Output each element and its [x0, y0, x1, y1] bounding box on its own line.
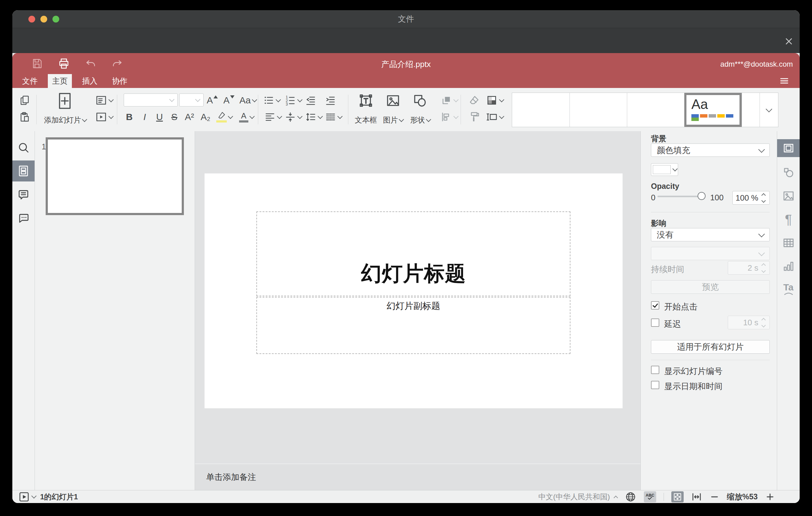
- slide-size-button[interactable]: [486, 110, 503, 124]
- vertical-align-button[interactable]: [285, 110, 302, 124]
- zoom-out-icon[interactable]: [709, 492, 720, 502]
- decrease-indent-button[interactable]: [305, 93, 317, 107]
- theme-preview-label: Aa: [691, 97, 740, 112]
- sidebar-item-search[interactable]: [12, 137, 34, 158]
- decrease-font-size-button[interactable]: A: [223, 93, 234, 107]
- copy-button[interactable]: [18, 93, 31, 107]
- color-swatch: [653, 165, 671, 174]
- tab-home[interactable]: 主页: [48, 74, 72, 88]
- tab-insert[interactable]: 插入: [78, 74, 102, 88]
- spellcheck-button[interactable]: ABC: [644, 491, 656, 503]
- sidebar-item-paragraph-settings[interactable]: ¶: [777, 209, 800, 230]
- font-size-select[interactable]: [179, 93, 204, 107]
- opacity-spinner[interactable]: 100 %: [732, 191, 770, 205]
- shape-icon: [412, 93, 428, 108]
- vertical-align-icon: [285, 111, 296, 123]
- theme-item[interactable]: [512, 93, 570, 127]
- main-area: 1 幻灯片标题 幻灯片副标题 单击添加备注 背景 颜色填充: [12, 131, 800, 490]
- theme-item-selected[interactable]: Aa: [684, 93, 742, 127]
- insert-shape-button[interactable]: 形状: [405, 92, 435, 127]
- subscript-button[interactable]: A₂: [199, 110, 212, 124]
- spinner-arrows-icon[interactable]: [762, 194, 765, 202]
- sidebar-item-table-settings[interactable]: [777, 232, 800, 253]
- sidebar-item-image-settings[interactable]: [777, 185, 800, 206]
- theme-gallery: Aa: [512, 93, 778, 127]
- theme-gallery-expand-button[interactable]: [759, 93, 778, 127]
- theme-item[interactable]: [742, 93, 759, 127]
- language-selector[interactable]: 中文(中华人民共和国): [538, 492, 617, 502]
- show-date-time-checkbox[interactable]: [651, 381, 659, 389]
- font-color-button[interactable]: A: [237, 110, 256, 124]
- strikeout-button[interactable]: S: [169, 110, 179, 124]
- bold-button[interactable]: B: [124, 110, 135, 124]
- duration-spinner: 2 s: [728, 261, 770, 275]
- theme-item[interactable]: [627, 93, 684, 127]
- paste-button[interactable]: [18, 110, 31, 124]
- copy-style-button[interactable]: [466, 110, 482, 124]
- line-spacing-button[interactable]: [305, 110, 322, 124]
- comments-icon: [17, 188, 30, 201]
- sidebar-item-comments[interactable]: [12, 184, 34, 205]
- highlight-color-button[interactable]: [215, 110, 234, 124]
- background-color-picker[interactable]: [651, 163, 678, 176]
- background-fill-select[interactable]: 颜色填充: [651, 144, 770, 157]
- textbox-icon: [358, 93, 374, 108]
- apply-to-all-slides-button[interactable]: 适用于所有幻灯片: [651, 340, 770, 354]
- add-slide-label[interactable]: 添加幻灯片: [39, 113, 91, 127]
- underline-button[interactable]: U: [154, 110, 165, 124]
- sidebar-item-chat[interactable]: [12, 208, 34, 229]
- sidebar-item-chart-settings[interactable]: [777, 256, 800, 277]
- font-name-select[interactable]: [124, 93, 178, 107]
- insert-textbox-button[interactable]: 文本框: [351, 92, 381, 127]
- slide-canvas[interactable]: 幻灯片标题 幻灯片副标题: [205, 173, 622, 408]
- theme-item[interactable]: [570, 93, 627, 127]
- image-icon: [385, 93, 401, 108]
- title-placeholder[interactable]: 幻灯片标题: [256, 211, 571, 296]
- horizontal-align-button[interactable]: [264, 110, 281, 124]
- sidebar-item-textart-settings[interactable]: Ta: [777, 279, 800, 300]
- slide-thumbnail[interactable]: [46, 137, 184, 215]
- increase-font-size-button[interactable]: A: [207, 93, 218, 107]
- tab-file[interactable]: 文件: [18, 74, 42, 88]
- start-slideshow-button[interactable]: [93, 110, 115, 124]
- titlebar: 文件: [12, 10, 800, 28]
- sidebar-item-shape-settings[interactable]: [777, 162, 800, 183]
- align-text-icon: [264, 111, 276, 123]
- superscript-button[interactable]: A²: [183, 110, 196, 124]
- close-icon[interactable]: [784, 36, 794, 47]
- slide-layout-button[interactable]: [93, 93, 115, 107]
- effect-select[interactable]: 没有: [651, 228, 770, 241]
- change-case-button[interactable]: Aa: [239, 93, 256, 107]
- globe-icon[interactable]: [625, 491, 636, 503]
- document-title: 产品介绍.pptx: [12, 57, 800, 71]
- zoom-in-icon[interactable]: [765, 492, 775, 502]
- align-shape-button[interactable]: [440, 110, 458, 124]
- fit-width-icon[interactable]: [691, 491, 702, 503]
- color-scheme-button[interactable]: [486, 93, 503, 107]
- show-slide-number-checkbox[interactable]: [651, 366, 659, 374]
- start-on-click-checkbox[interactable]: [651, 301, 659, 310]
- start-slideshow-status-button[interactable]: [19, 491, 36, 503]
- increase-indent-button[interactable]: [324, 93, 336, 107]
- notes-area[interactable]: 单击添加备注: [195, 463, 640, 490]
- opacity-max: 100: [710, 193, 723, 202]
- slide-settings-panel: 背景 颜色填充 Opacity 0 100 100 % 影响 没有: [640, 131, 777, 490]
- menu-icon[interactable]: [778, 76, 790, 86]
- slider-knob[interactable]: [698, 192, 705, 200]
- fit-to-slide-button[interactable]: [671, 491, 684, 503]
- clear-style-button[interactable]: [466, 93, 482, 107]
- insert-image-button[interactable]: 图片: [378, 92, 408, 127]
- add-slide-button[interactable]: [49, 92, 80, 110]
- sidebar-item-slides[interactable]: [12, 161, 34, 181]
- opacity-slider[interactable]: [641, 190, 721, 202]
- tab-collaboration[interactable]: 协作: [108, 74, 132, 88]
- subtitle-placeholder[interactable]: 幻灯片副标题: [256, 297, 571, 354]
- bullets-button[interactable]: [263, 93, 280, 107]
- arrange-shape-button[interactable]: [440, 93, 458, 107]
- italic-button[interactable]: I: [140, 110, 150, 124]
- columns-button[interactable]: [324, 110, 342, 124]
- sidebar-item-slide-settings[interactable]: [777, 139, 800, 157]
- numbering-button[interactable]: 1 2 3: [285, 93, 302, 107]
- image-settings-icon: [782, 190, 795, 202]
- delay-checkbox[interactable]: [651, 318, 659, 327]
